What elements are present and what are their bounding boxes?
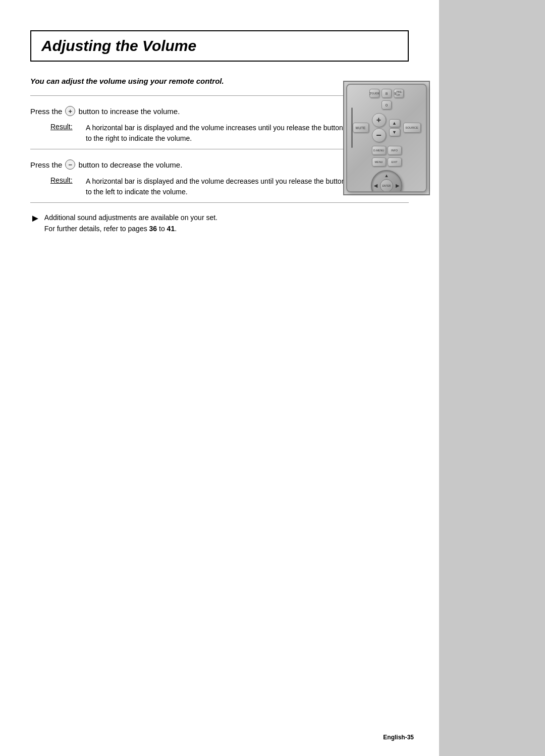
enter-button: ENTER [380,179,393,192]
btn-7: 7GUIDE [369,89,379,98]
info-button: INFO [388,146,402,155]
note-text-block: Additional sound adjustments are availab… [44,212,217,235]
remote-row-numbers: 7GUIDE 8 9PRE-CH [350,89,423,98]
remote-inner: 7GUIDE 8 9PRE-CH 0 MUTE + − [347,85,426,192]
note-line1: Additional sound adjustments are availab… [44,213,217,222]
note-line2-prefix: For further details, refer to pages [44,225,147,233]
page-title: Adjusting the Volume [41,37,196,54]
remote-row-menu: D.MENU INFO [350,146,423,155]
dpad-right-arrow: ▶ [396,183,399,188]
note-section: ► Additional sound adjustments are avail… [30,212,409,235]
dmenu-button: D.MENU [372,146,386,155]
ch-block: ▲ ▼ [389,119,400,136]
dpad: ▲ ▼ ◀ ▶ ENTER [370,169,403,192]
remote-row-dpad: ▲ ▼ ◀ ▶ ENTER [350,169,423,192]
remote-border: 7GUIDE 8 9PRE-CH 0 MUTE + − [343,81,430,195]
btn-8: 8 [382,89,392,98]
menu-button: MENU [372,157,386,167]
press-decrease-text: Press the − button to decrease the volum… [30,159,182,170]
vol-plus-button: + [372,113,386,127]
remote-control: 7GUIDE 8 9PRE-CH 0 MUTE + − [346,84,427,192]
result-label-1: Result: [50,123,81,144]
remote-highlight [351,107,353,148]
note-period: . [175,225,177,233]
divider-3 [30,202,409,203]
source-button: SOURCE [403,123,421,133]
press-prefix-1: Press the [30,107,62,116]
btn-0: 0 [382,100,392,110]
btn-9: 9PRE-CH [394,89,404,98]
dpad-ring: ▲ ▼ ◀ ▶ ENTER [371,170,402,193]
title-box: Adjusting the Volume [30,30,409,62]
ch-down-button: ▼ [389,128,400,136]
press-suffix-2: button to decrease the volume. [78,160,182,169]
mute-button: MUTE [353,123,369,133]
note-page-end: 41 [167,225,175,233]
exit-button: EXIT [388,157,402,167]
dpad-left-arrow: ◀ [374,183,377,188]
vol-block: + − [372,113,386,142]
note-page-start: 36 [149,225,157,233]
press-suffix-1: button to increase the volume. [78,107,180,116]
page-footer: English-35 [383,734,414,741]
press-increase-text: Press the + button to increase the volum… [30,106,180,116]
remote-row-exit: MENU EXIT [350,157,423,167]
press-prefix-2: Press the [30,160,62,169]
ch-up-button: ▲ [389,119,400,127]
sidebar [439,0,545,756]
vol-down-icon: − [65,159,75,170]
remote-row-vol: MUTE + − ▲ ▼ SOURCE [350,113,423,142]
remote-row-zero: 0 [350,100,423,110]
main-content: Adjusting the Volume You can adjust the … [0,0,439,756]
vol-up-icon: + [65,106,75,116]
note-to: to [159,225,165,233]
dpad-up-arrow: ▲ [385,173,389,178]
arrow-icon: ► [30,213,40,223]
vol-minus-button: − [372,128,386,142]
result-label-2: Result: [50,176,81,197]
remote-container: 7GUIDE 8 9PRE-CH 0 MUTE + − [343,81,429,192]
